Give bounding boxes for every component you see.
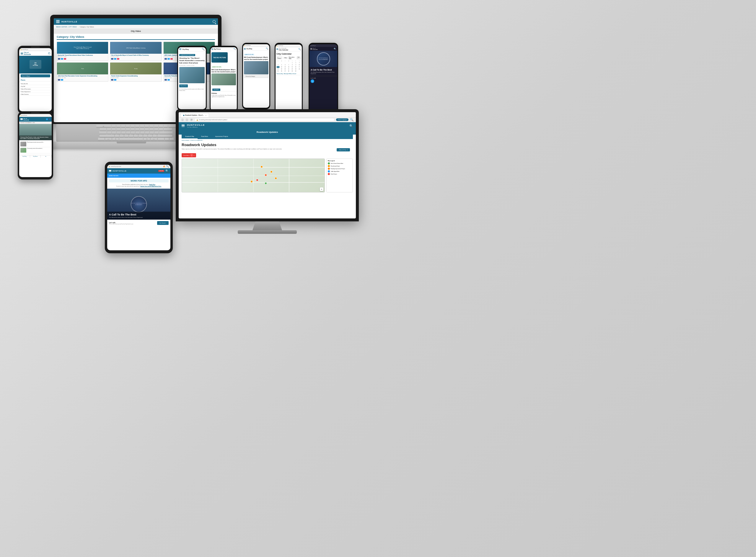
- article-tag: QUALITY OF LIFE: [244, 54, 254, 56]
- map-marker: [264, 174, 267, 176]
- map-container: + Map Legend Storm Drain & Sewer Work Re…: [181, 158, 353, 193]
- nav-title: City Blog: [182, 49, 189, 50]
- video-social-icons: [58, 79, 107, 81]
- calendar-grid: S M T W T F S 1 2 3 4 5: [276, 60, 302, 72]
- refresh-button[interactable]: ↺: [190, 118, 193, 121]
- back-button[interactable]: ‹: [181, 118, 184, 121]
- main-title: A Call To Be The Best: [311, 68, 336, 71]
- get-started-button[interactable]: Get Started ›: [157, 221, 169, 225]
- nav-text-group: City of Huntsville City Calendar: [279, 48, 288, 51]
- tab-roadwork-map[interactable]: Roadwork Map: [181, 135, 198, 139]
- phone-small-bottom-screen: 🔒 huntsville.gov City ofHuntsville POSTE…: [19, 114, 52, 177]
- job-title: WORK FOR HPD: [109, 179, 169, 182]
- read-more-button[interactable]: Read More: [212, 89, 220, 91]
- badge-text: CITY OF HUNTSVILLE POLICE DEPARTMENT: [132, 203, 146, 206]
- article-thumbnail: [244, 61, 269, 75]
- search-icon: 🔍: [298, 48, 301, 51]
- calendar-day: 4: [276, 64, 280, 66]
- tab-improvement-projects[interactable]: Improvement Projects: [212, 135, 232, 139]
- calendar-day: 23: [294, 68, 298, 70]
- site-nav: HUNTSVILLE The Star of Alabama 🔍: [179, 122, 356, 129]
- big-picture-logo: THEBIGPICTURE: [30, 60, 41, 69]
- video-info: Huntsville Transit Recruitment About Vid…: [57, 54, 108, 60]
- badge-text: CITY OF HUNTSVILLE POLICE DEPARTMENT: [317, 58, 330, 60]
- legend-color-dot: [328, 170, 330, 172]
- legend-color-dot: [328, 165, 330, 167]
- forward-button[interactable]: ›: [186, 118, 188, 121]
- video-social-icons: [111, 79, 160, 81]
- phone-big-picture-frame: Big Picture 🔍 THE BIG PICTURE QUALITY OF…: [210, 46, 238, 112]
- map-marker: [275, 177, 277, 179]
- calendar-day: 6: [283, 64, 287, 66]
- event-title: Veterans Day - Municipal Offices Closed: [276, 73, 301, 75]
- prev-button[interactable]: < Previous: [276, 56, 282, 59]
- calendar-day: 30: [294, 70, 298, 72]
- search-icon: 🔍: [166, 165, 169, 168]
- map-marker: [260, 166, 263, 168]
- promo-bar: WORK FOR HPD: [107, 174, 170, 178]
- calendar-title: City Calendar: [276, 51, 302, 56]
- laptop-site-logo: HUNTSVILLE: [61, 21, 77, 23]
- share-print-button[interactable]: Share & Print ▾: [337, 148, 350, 151]
- article-thumbnail: [179, 67, 205, 83]
- table-row: Park John Hunt Park Recreation Center Ex…: [57, 62, 108, 82]
- job-link-1[interactable]: Apply Now: [149, 184, 155, 185]
- list-item: Public Services: [21, 93, 50, 96]
- video-info: City of Huntsville Mayor & Council Oath …: [110, 54, 161, 60]
- police-hero: CITY OF HUNTSVILLE POLICE DEPARTMENT A C…: [107, 188, 170, 219]
- calendar-day: [280, 62, 283, 64]
- breadcrumb: DEVELOPMENT › STREETS & ROADWORK ›: [179, 139, 356, 142]
- phone-small-top-device: 🔒 huntsville.gov City ofHuntsville THEBI…: [18, 46, 53, 114]
- page-title-bar: Roadwork Updates: [179, 129, 356, 135]
- read-more-container: Read More: [211, 86, 237, 91]
- url-text: huntsville.gov/join-hpd: [111, 166, 121, 167]
- next-button[interactable]: Next >: [297, 56, 301, 59]
- today-button[interactable]: Today: [283, 57, 288, 59]
- job-link-2[interactable]: Submit Your Lateral Application Here.: [140, 185, 162, 187]
- author: by Pearl Gillis: [179, 65, 186, 66]
- list-item: Roadway Improvement Project: [328, 168, 352, 170]
- url-input[interactable]: 🔒 huntsville.gov/development/streets/roa…: [194, 118, 335, 121]
- tab-more[interactable]: al...: [41, 155, 52, 157]
- map-zoom-button[interactable]: +: [320, 187, 324, 191]
- browse-button[interactable]: Browse by Category: [244, 75, 269, 78]
- calendar-day: 24: [298, 68, 301, 70]
- video-title: Huntsville Transit Recruitment About Vid…: [58, 55, 107, 56]
- map-marker: [256, 179, 258, 181]
- content-row: Status reports on the City of Huntsville…: [179, 148, 356, 152]
- article-list: Road improvements announced for... Commu…: [19, 140, 52, 154]
- tab-road-alerts[interactable]: Road Alerts: [198, 135, 212, 139]
- talk-box: Let's talk. Tell us a little about yours…: [109, 222, 156, 225]
- fire-icon: 🔥: [163, 165, 165, 167]
- laptop-breadcrumb-text: MEDIA CENTER › CITY VIDEO: [56, 26, 77, 28]
- hero-title: Veterans Day Parade to help road closure…: [20, 136, 51, 139]
- status-bar: POSTED: NOVEMBER 5, 2024: [19, 122, 52, 124]
- url-text: 🔒 huntsville.gov: [20, 49, 28, 50]
- calendar-days: 1 2 3 4 5 6 7 8 9 10 11 12 13 14 15 16 1: [276, 62, 301, 72]
- phone-small-top-url-bar: 🔒 huntsville.gov: [19, 48, 52, 51]
- page-title: Roadwork Updates: [257, 131, 278, 134]
- places-section-title: Places: [19, 78, 52, 82]
- calendar-day: [283, 62, 287, 64]
- road-alerts-button[interactable]: Road Alerts 1 ▾: [181, 153, 196, 157]
- video-title: Tennis Center Expansion Groundbreaking: [111, 75, 160, 77]
- url-bar: 🔒 huntsville.gov: [276, 45, 302, 47]
- laptop-menu-icon: [56, 20, 60, 23]
- day-header: M: [280, 60, 283, 62]
- menu-icon: [244, 48, 246, 50]
- menu-icon: [181, 124, 185, 127]
- search-button[interactable]: Select Language: [336, 118, 348, 121]
- phone-city-blog-nav: City Blog 🔍: [178, 47, 206, 51]
- tab-city-news[interactable]: City News: [30, 155, 41, 157]
- tab-city-blog[interactable]: City Blog: [19, 155, 30, 157]
- video-social-icons: [58, 58, 107, 60]
- video-date: November 5, 2024: [58, 56, 107, 58]
- phone-city-blog-2-screen: 🔒 huntsville.gov City Blog 🔍 QUALITY OF …: [243, 44, 269, 108]
- share-button[interactable]: Share & Print: [179, 84, 188, 87]
- cta-area: Let's talk. Tell us a little about yours…: [107, 219, 170, 226]
- calendar-day: 8: [290, 64, 294, 66]
- menu-icon: [276, 49, 278, 50]
- tablet-device: 🔒 huntsville.gov/join-hpd 🔥 🔍 HUNTSVILLE…: [105, 162, 173, 253]
- table-row: Tennis Tennis Center Expansion Groundbre…: [110, 62, 162, 82]
- menu-icon: [179, 49, 181, 50]
